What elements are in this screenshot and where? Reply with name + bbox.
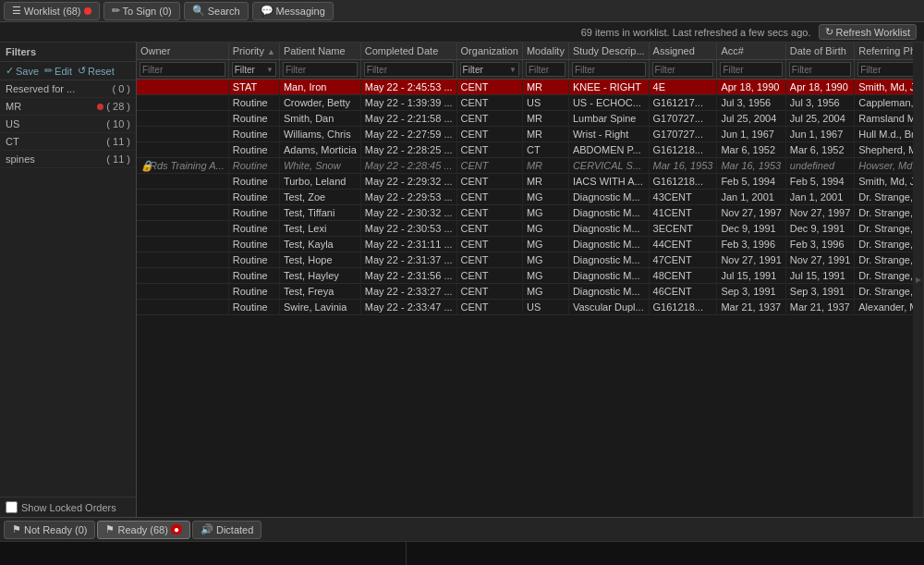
table-row[interactable]: Routine Williams, Chris May 22 - 2:27:59… [137,127,913,142]
table-row[interactable]: Routine Crowder, Betty May 22 - 1:39:39 … [137,95,913,111]
cell-priority: Routine [228,190,279,205]
bottom-tabs: ⚑ Not Ready (0) ⚑ Ready (68) ● 🔊 Dictate… [0,517,924,541]
worklist-button[interactable]: ☰ Worklist (68) [4,2,100,20]
show-locked-orders[interactable]: Show Locked Orders [0,497,136,517]
list-icon: ☰ [12,5,21,17]
filter-item[interactable]: US ( 10 ) [0,116,136,133]
filter-study-input[interactable] [573,65,645,75]
expand-handle[interactable] [913,43,924,517]
show-locked-checkbox[interactable] [6,501,18,513]
cell-modality: MG [522,190,568,205]
table-row[interactable]: Routine Test, Hayley May 22 - 2:31:56 ..… [137,268,913,284]
filter-dob-input[interactable] [790,65,850,75]
cell-priority: Routine [228,127,279,142]
table-row[interactable]: STAT Man, Iron May 22 - 2:45:53 ... CENT… [137,80,913,95]
reset-filter-button[interactable]: ↺ Reset [78,65,115,77]
ready-tab[interactable]: ⚑ Ready (68) ● [97,521,189,539]
refresh-button[interactable]: ↻ Refresh Worklist [819,24,917,40]
not-ready-icon: ⚑ [12,523,21,535]
cell-referring: Alexander, M.d.... [855,300,913,315]
col-owner[interactable]: Owner [137,43,228,60]
col-dob[interactable]: Date of Birth [785,43,854,60]
not-ready-tab[interactable]: ⚑ Not Ready (0) [4,521,95,539]
table-row[interactable]: Routine Smith, Dan May 22 - 2:21:58 ... … [137,111,913,127]
filter-owner [137,60,228,80]
cell-acc: Jan 1, 2001 [717,190,785,205]
cell-modality: MR [522,111,568,127]
table-row[interactable]: Routine Test, Freya May 22 - 2:33:27 ...… [137,284,913,300]
table-row[interactable]: Routine Test, Zoe May 22 - 2:29:53 ... C… [137,190,913,205]
messaging-button[interactable]: 💬 Messaging [252,2,334,20]
cell-org: CENT [456,205,522,221]
filter-item[interactable]: Reserved for ... ( 0 ) [0,80,136,98]
col-assigned[interactable]: Assigned [649,43,717,60]
filter-modality-input[interactable] [527,65,565,75]
table-row[interactable]: Routine Adams, Morticia May 22 - 2:28:25… [137,142,913,158]
filter-item[interactable]: MR ( 28 ) [0,98,136,116]
cell-assigned: 4E [649,80,717,95]
table-row[interactable]: Routine Turbo, Leland May 22 - 2:29:32 .… [137,174,913,190]
filter-assigned [649,60,717,80]
cell-org: CENT [456,158,522,174]
worklist-table[interactable]: Owner Priority ▲ Patient Name Completed … [137,43,913,517]
dictated-label: Dictated [216,524,253,535]
col-study[interactable]: Study Descrip... [568,43,649,60]
table-row[interactable]: Routine Test, Hope May 22 - 2:31:37 ... … [137,252,913,268]
cell-study: CERVICAL S... [568,158,649,174]
bottom-right-panel [407,542,924,565]
table-row[interactable]: 🔒Rds Training A... Routine White, Snow M… [137,158,913,174]
filter-assigned-input[interactable] [653,65,713,75]
edit-filter-button[interactable]: ✏ Edit [44,65,72,77]
cell-acc: Jun 1, 1967 [717,127,785,142]
col-priority[interactable]: Priority ▲ [228,43,279,60]
cell-priority: Routine [228,284,279,300]
save-filter-button[interactable]: ✓ Save [6,65,39,77]
top-nav: ☰ Worklist (68) ✏ To Sign (0) 🔍 Search 💬… [0,0,924,22]
cell-dob: Mar 21, 1937 [785,300,854,315]
cell-referring: Ramsland M.d.... [855,111,913,127]
table-row[interactable]: Routine Test, Kayla May 22 - 2:31:11 ...… [137,237,913,252]
cell-completed: May 22 - 2:31:56 ... [360,268,456,284]
cell-patient: White, Snow [279,158,360,174]
cell-patient: Test, Freya [279,284,360,300]
table-row[interactable]: Routine Test, Tiffani May 22 - 2:30:32 .… [137,205,913,221]
worklist-data-table: Owner Priority ▲ Patient Name Completed … [137,43,913,315]
filter-owner-input[interactable] [140,65,225,75]
filter-patient-input[interactable] [284,65,357,75]
cell-owner [137,142,228,158]
table-row[interactable]: Routine Test, Lexi May 22 - 2:30:53 ... … [137,221,913,237]
cell-org: CENT [456,95,522,111]
col-modality[interactable]: Modality [522,43,568,60]
cell-patient: Test, Lexi [279,221,360,237]
cell-study: Lumbar Spine [568,111,649,127]
col-completed[interactable]: Completed Date [360,43,456,60]
cell-modality: MG [522,221,568,237]
cell-dob: Feb 3, 1996 [785,237,854,252]
to-sign-button[interactable]: ✏ To Sign (0) [103,2,180,20]
table-row[interactable]: Routine Swire, Lavinia May 22 - 2:33:47 … [137,300,913,315]
cell-org: CENT [456,221,522,237]
filter-item[interactable]: spines ( 11 ) [0,151,136,168]
col-referring[interactable]: Referring Phys... [855,43,913,60]
filters-title: Filters [6,46,36,57]
col-acc[interactable]: Acc# [717,43,785,60]
col-patient[interactable]: Patient Name [279,43,360,60]
cell-study: Diagnostic M... [568,268,649,284]
dictated-tab[interactable]: 🔊 Dictated [192,521,261,539]
cell-acc: Apr 18, 1990 [717,80,785,95]
cell-org: CENT [456,142,522,158]
cell-owner [137,80,228,95]
cell-dob: Jun 1, 1967 [785,127,854,142]
filter-priority-dropdown[interactable]: Filter ▼ [232,62,276,77]
cell-referring: Dr. Strange,... [855,190,913,205]
col-org[interactable]: Organization [456,43,522,60]
cell-acc: Jul 25, 2004 [717,111,785,127]
filter-item[interactable]: CT ( 11 ) [0,133,136,151]
filter-referring-input[interactable] [858,65,913,75]
filter-org-dropdown[interactable]: Filter ▼ [460,62,519,77]
cell-patient: Test, Tiffani [279,205,360,221]
filter-completed-input[interactable] [365,65,453,75]
filter-acc-input[interactable] [721,65,781,75]
search-button[interactable]: 🔍 Search [184,2,249,20]
ready-label: Ready (68) [117,524,167,535]
